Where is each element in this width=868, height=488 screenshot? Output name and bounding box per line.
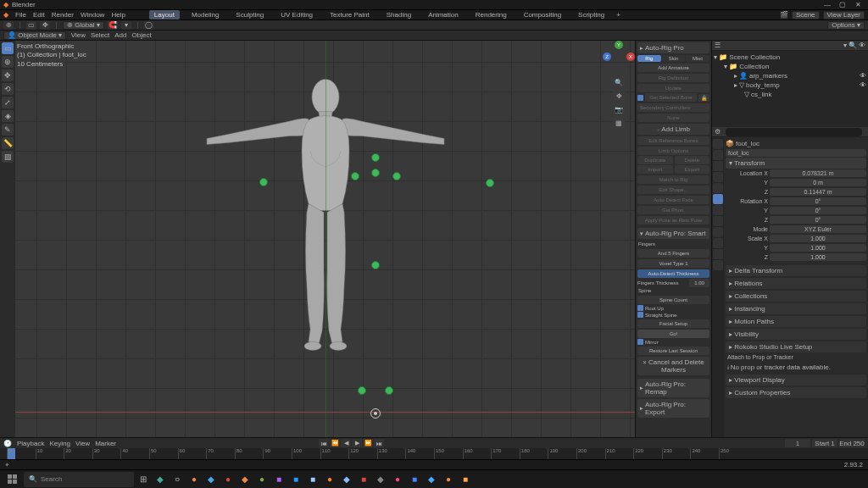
straight-check[interactable] xyxy=(637,312,643,318)
task-app-16[interactable]: ■ xyxy=(407,472,422,487)
character-mesh[interactable] xyxy=(181,67,470,380)
add-limb-button[interactable]: + Add Limb xyxy=(637,124,709,135)
marker-shoulder-l[interactable] xyxy=(351,172,359,180)
nav-gizmo[interactable]: X Y Z xyxy=(604,42,633,71)
menu-edit[interactable]: Edit xyxy=(33,11,45,19)
cursor-tool-icon[interactable]: ⊕ xyxy=(3,21,14,30)
task-app-15[interactable]: ● xyxy=(390,472,405,487)
task-app-11[interactable]: ● xyxy=(322,472,337,487)
tool-add[interactable]: ▧ xyxy=(2,151,14,163)
go-button[interactable]: Go! xyxy=(637,330,709,338)
prop-tab-render[interactable] xyxy=(713,139,723,149)
rot-mode[interactable]: XYZ Euler xyxy=(770,225,866,233)
rot-y[interactable]: 0° xyxy=(770,207,866,214)
workspace-add[interactable]: + xyxy=(616,11,620,19)
tool-select-box[interactable]: ▭ xyxy=(2,42,14,54)
section-viewport-display[interactable]: ▸ Viewport Display xyxy=(726,374,866,385)
loc-x[interactable]: 0.078321 m xyxy=(770,169,866,177)
axis-y-icon[interactable]: Y xyxy=(615,41,623,49)
workspace-texpaint[interactable]: Texture Paint xyxy=(325,10,375,19)
rot-x[interactable]: 0° xyxy=(770,197,866,205)
workspace-sculpting[interactable]: Sculpting xyxy=(231,10,269,19)
edit-shape-button[interactable]: Edit Shape... xyxy=(637,186,709,194)
prop-tab-scene[interactable] xyxy=(713,172,723,182)
section-custom-properties[interactable]: ▸ Custom Properties xyxy=(726,387,866,398)
pan-gizmo[interactable]: ✥ xyxy=(613,90,625,102)
tl-view[interactable]: View xyxy=(75,440,90,447)
dup-button[interactable]: Duplicate xyxy=(637,156,673,164)
start-button[interactable] xyxy=(3,472,22,487)
add-armature-button[interactable]: Add Armature xyxy=(637,64,709,72)
tl-playback[interactable]: Playback xyxy=(17,440,44,447)
tree-scene-collection[interactable]: ▾ 📁 Scene Collection xyxy=(714,53,866,62)
prop-tab-viewlayer[interactable] xyxy=(713,161,723,171)
tool-transform[interactable]: ◈ xyxy=(2,110,14,122)
ref-bones-button[interactable]: Edit Reference Bones xyxy=(637,136,709,145)
mirror-check[interactable] xyxy=(637,339,643,345)
mode-menu-add[interactable]: Add xyxy=(114,31,126,39)
tree-body-temp[interactable]: ▸ ▽ body_temp👁 xyxy=(714,80,866,90)
window-close[interactable]: ✕ xyxy=(851,1,865,9)
workspace-compositing[interactable]: Compositing xyxy=(519,10,566,19)
loc-y[interactable]: 0 m xyxy=(770,179,866,186)
arp-tab-skin[interactable]: Skin xyxy=(662,55,686,62)
section-rokoko-studio-live-setup[interactable]: ▸ Rokoko Studio Live Setup xyxy=(726,341,866,352)
prop-tab-data[interactable] xyxy=(713,249,723,259)
filter-icon[interactable]: ▾ xyxy=(843,42,847,49)
ref-bone-check[interactable] xyxy=(637,95,643,101)
tl-marker[interactable]: Marker xyxy=(95,440,116,447)
prop-tab-object[interactable] xyxy=(713,194,723,204)
marker-neck[interactable] xyxy=(371,153,380,162)
marker-shoulder-r[interactable] xyxy=(392,172,401,180)
workspace-scripting[interactable]: Scripting xyxy=(573,10,609,19)
marker-chin[interactable] xyxy=(371,169,380,177)
del-button[interactable]: Delete xyxy=(675,156,710,164)
prop-tab-constraints[interactable] xyxy=(713,238,723,248)
section-collections[interactable]: ▸ Collections xyxy=(726,291,866,302)
loc-z[interactable]: 0.11447 m xyxy=(770,188,866,196)
tool-annotate[interactable]: ✎ xyxy=(2,124,14,136)
object-name-field[interactable]: foot_loc xyxy=(726,149,866,157)
task-app-1[interactable]: ◆ xyxy=(153,472,168,487)
export-header[interactable]: ▸ Auto-Rig Pro: Export xyxy=(637,399,709,418)
scale-y[interactable]: 1.000 xyxy=(770,244,866,252)
cancel-markers-button[interactable]: ✕ Cancel and Delete Markers xyxy=(637,357,709,375)
transform-header[interactable]: ▾ Transform xyxy=(726,158,866,169)
window-minimize[interactable]: — xyxy=(821,1,834,9)
start-frame[interactable]: Start 1 xyxy=(812,439,837,447)
section-visibility[interactable]: ▸ Visibility xyxy=(726,329,866,340)
menu-window[interactable]: Window xyxy=(81,11,104,19)
snap-to-icon[interactable]: ▾ xyxy=(121,21,131,30)
marker-hand-l[interactable] xyxy=(259,178,268,186)
sec-mode[interactable]: None xyxy=(637,114,709,122)
tool-rotate[interactable]: ⟲ xyxy=(2,83,14,95)
jump-start-button[interactable]: ⏮ xyxy=(319,439,329,447)
workspace-layout[interactable]: Layout xyxy=(149,10,180,19)
arp-header[interactable]: ▸ Auto-Rig Pro xyxy=(637,42,709,53)
workspace-modeling[interactable]: Modeling xyxy=(186,10,224,19)
workspace-uv[interactable]: UV Editing xyxy=(275,10,318,19)
viewlayer-dropdown[interactable]: View Layer xyxy=(823,11,865,19)
lock-button[interactable]: 🔒 xyxy=(698,94,709,102)
remap-header[interactable]: ▸ Auto-Rig Pro: Remap xyxy=(637,379,709,397)
timeline-ruler[interactable]: 0102030405060708090100110120130140150160… xyxy=(0,448,868,459)
task-app-4[interactable]: ◆ xyxy=(203,472,219,487)
section-motion-paths[interactable]: ▸ Motion Paths xyxy=(726,316,866,327)
match-rig-button[interactable]: Match to Rig xyxy=(637,175,709,184)
task-app-13[interactable]: ■ xyxy=(356,472,371,487)
marker-foot-l[interactable] xyxy=(358,386,366,395)
task-app-6[interactable]: ◆ xyxy=(237,472,253,487)
prop-tab-output[interactable] xyxy=(713,150,723,160)
prop-tab-physics[interactable] xyxy=(713,227,723,237)
menu-render[interactable]: Render xyxy=(52,11,74,19)
jump-end-button[interactable]: ⏭ xyxy=(374,439,384,447)
task-app-9[interactable]: ■ xyxy=(288,472,303,487)
play-button[interactable]: ▶ xyxy=(352,439,362,447)
workspace-shading[interactable]: Shading xyxy=(381,10,416,19)
tree-cs-link[interactable]: ▽ cs_link xyxy=(714,90,866,99)
task-view-icon[interactable]: ⊞ xyxy=(136,472,151,487)
tree-collection[interactable]: ▾ 📁 Collection xyxy=(714,62,866,71)
import-button[interactable]: Import xyxy=(637,165,673,174)
task-app-5[interactable]: ● xyxy=(220,472,236,487)
marker-hand-r[interactable] xyxy=(486,179,494,187)
